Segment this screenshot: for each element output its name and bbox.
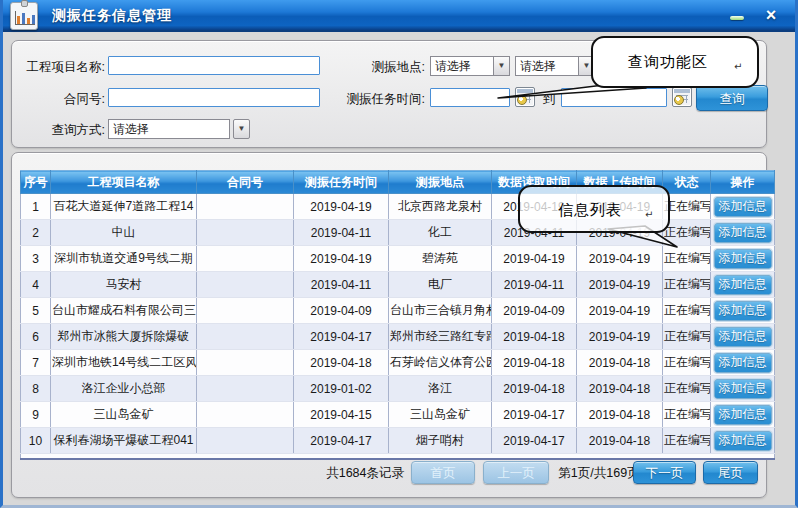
query-method-select[interactable]: 请选择 ▼ [108,119,250,139]
cell-location: 台山市三合镇月角村 [389,298,492,324]
add-info-button[interactable]: 添加信息 [714,327,772,347]
cell-read-time: 2019-04-11 [492,272,577,298]
add-info-button[interactable]: 添加信息 [714,275,772,295]
cell-action: 添加信息 [711,272,775,298]
cell-status: 正在编写 [663,350,711,376]
cell-status: 正在编写 [663,194,711,220]
task-time-from-input[interactable] [430,88,510,107]
cell-upload-time: 2019-04-19 [577,272,663,298]
query-method-label: 查询方式: [12,122,105,139]
add-info-button[interactable]: 添加信息 [714,223,772,243]
cell-no: 4 [21,272,51,298]
cell-upload-time: 2019-04-19 [577,246,663,272]
cell-no: 10 [21,428,51,454]
cell-read-time: 2019-04-19 [492,246,577,272]
cell-task-time: 2019-04-18 [294,350,389,376]
record-count: 共1684条记录 [292,465,404,482]
cell-status: 正在编写 [663,402,711,428]
cell-location: 碧涛苑 [389,246,492,272]
cell-no: 8 [21,376,51,402]
table-row[interactable]: 1百花大道延伸7道路工程142019-04-19北京西路龙泉村2019-04-1… [21,194,775,220]
task-time-label: 测振任务时间: [330,91,425,108]
add-info-button[interactable]: 添加信息 [714,301,772,321]
table-row[interactable]: 9三山岛金矿2019-04-15三山岛金矿2019-04-172019-04-1… [21,402,775,428]
cell-task-time: 2019-04-11 [294,220,389,246]
task-time-to-input[interactable] [561,88,667,107]
cell-contract [197,428,294,454]
cell-project: 中山 [51,220,197,246]
project-name-input[interactable] [108,56,320,75]
prev-page-button[interactable]: 上一页 [483,461,549,484]
location-select-1[interactable]: 请选择 ▼ [430,56,510,76]
last-page-button[interactable]: 尾页 [703,461,758,484]
add-info-button[interactable]: 添加信息 [714,249,772,269]
cell-upload-time: 2019-04-18 [577,428,663,454]
cell-read-time: 2019-04-18 [492,324,577,350]
location-select-1-value: 请选择 [430,56,493,76]
cell-status: 正在编写 [663,298,711,324]
add-info-button[interactable]: 添加信息 [714,353,772,373]
add-info-button[interactable]: 添加信息 [714,379,772,399]
col-project: 工程项目名称 [51,171,197,194]
cell-upload-time: 2019-04-18 [577,402,663,428]
calendar-icon[interactable] [515,87,535,107]
cell-location: 烟子哨村 [389,428,492,454]
cell-read-time: 2019-04-18 [492,376,577,402]
cell-action: 添加信息 [711,220,775,246]
cell-task-time: 2019-04-11 [294,272,389,298]
table-row[interactable]: 8洛江企业小总部2019-01-02洛江2019-04-182019-04-18… [21,376,775,402]
clip-decoration [21,0,28,7]
cell-task-time: 2019-04-19 [294,194,389,220]
minimize-button[interactable] [724,0,750,30]
table-row[interactable]: 5台山市耀成石料有限公司三2019-04-09台山市三合镇月角村2019-04-… [21,298,775,324]
cell-project: 百花大道延伸7道路工程14 [51,194,197,220]
location-select-2[interactable]: 请选择 ▼ [515,56,595,76]
cell-upload-time: 2019-04-19 [577,220,663,246]
cell-status: 正在编写 [663,376,711,402]
cell-project: 深圳市地铁14号线二工区风 [51,350,197,376]
table-row[interactable]: 6郑州市冰熊大厦拆除爆破2019-04-17郑州市经三路红专路2019-04-1… [21,324,775,350]
cell-location: 化工 [389,220,492,246]
add-info-button[interactable]: 添加信息 [714,405,772,425]
chevron-down-icon[interactable]: ▼ [578,56,595,76]
cell-upload-time: 2019-04-19 [577,194,663,220]
cell-action: 添加信息 [711,350,775,376]
contract-label: 合同号: [12,91,105,108]
first-page-button[interactable]: 首页 [411,461,475,484]
cell-action: 添加信息 [711,376,775,402]
cell-contract [197,402,294,428]
minimize-icon [730,16,744,20]
to-label: 到 [538,91,560,108]
title-bar: 测振任务信息管理 × [0,0,798,32]
cell-contract [197,194,294,220]
add-info-button[interactable]: 添加信息 [714,431,772,451]
contract-input[interactable] [108,88,320,107]
chevron-down-icon[interactable]: ▼ [233,119,250,139]
cell-action: 添加信息 [711,194,775,220]
table-row[interactable]: 10保利春湖场平爆破工程0412019-04-17烟子哨村2019-04-172… [21,428,775,454]
cell-no: 9 [21,402,51,428]
cell-read-time: 2019-04-18 [492,350,577,376]
task-table: 序号 工程项目名称 合同号 测振任务时间 测振地点 数据读取时间 数据上传时间 … [20,170,775,460]
table-row[interactable]: 7深圳市地铁14号线二工区风2019-04-18石芽岭信义体育公园2019-04… [21,350,775,376]
location-label: 测振地点: [342,59,425,76]
table-row[interactable]: 4马安村2019-04-11电厂2019-04-112019-04-19正在编写… [21,272,775,298]
cell-no: 3 [21,246,51,272]
cell-action: 添加信息 [711,428,775,454]
cell-read-time: 2019-04-11 [492,220,577,246]
empty-row [21,454,775,459]
search-button[interactable]: 查询 [696,85,768,111]
cell-location: 三山岛金矿 [389,402,492,428]
calendar-icon[interactable] [672,87,692,107]
cell-status: 正在编写 [663,220,711,246]
table-row[interactable]: 3深圳市轨道交通9号线二期2019-04-19碧涛苑2019-04-192019… [21,246,775,272]
next-page-button[interactable]: 下一页 [633,461,696,484]
cell-status: 正在编写 [663,324,711,350]
cell-location: 电厂 [389,272,492,298]
bar-chart-icon [15,11,35,25]
add-info-button[interactable]: 添加信息 [714,197,772,217]
cell-status: 正在编写 [663,272,711,298]
table-row[interactable]: 2中山2019-04-11化工2019-04-112019-04-19正在编写添… [21,220,775,246]
close-button[interactable]: × [758,0,784,30]
chevron-down-icon[interactable]: ▼ [493,56,510,76]
